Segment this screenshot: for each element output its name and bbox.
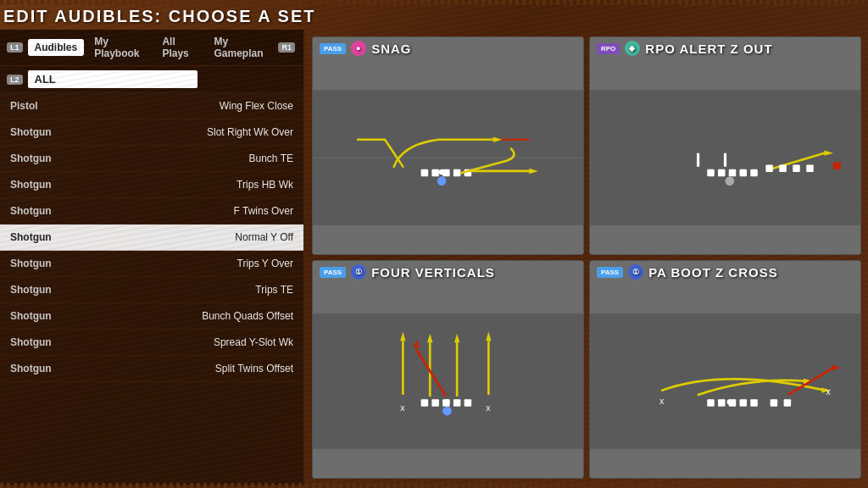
play-item[interactable]: Shotgun Trips TE [0, 277, 303, 303]
svg-rect-16 [750, 169, 758, 177]
tab-audibles[interactable]: Audibles [28, 39, 85, 56]
svg-rect-21 [765, 165, 773, 173]
svg-rect-2 [421, 169, 429, 177]
tab-my-gameplan[interactable]: My Gameplan [207, 33, 275, 62]
svg-text:x: x [486, 402, 491, 413]
card-four-verticals-header: PASS ① FOUR VERTICALS [313, 261, 583, 283]
card-rpo-inner: RPO ◆ RPO ALERT Z OUT [590, 37, 860, 254]
four-verticals-svg: x x [313, 285, 583, 478]
svg-rect-26 [313, 313, 583, 449]
card-snag-inner: PASS ● SNAG [313, 37, 583, 254]
svg-rect-45 [740, 399, 748, 407]
filter-row: L2 [0, 66, 303, 93]
svg-point-54 [727, 399, 732, 404]
play-item[interactable]: Shotgun Trips Y Over [0, 251, 303, 277]
snag-svg [313, 61, 583, 254]
torn-bottom [0, 483, 868, 488]
svg-point-8 [439, 169, 444, 175]
play-item[interactable]: Pistol Wing Flex Close [0, 93, 303, 119]
play-item[interactable]: Shotgun Slot Right Wk Over [0, 119, 303, 146]
svg-rect-22 [779, 165, 787, 173]
pa-boot-field: x x [590, 285, 860, 478]
pa-boot-title: ① PA BOOT Z CROSS [628, 264, 778, 280]
four-verticals-title: ① FOUR VERTICALS [351, 264, 495, 280]
rpo-title: ◆ RPO ALERT Z OUT [625, 41, 772, 56]
svg-rect-14 [729, 169, 737, 177]
svg-rect-46 [750, 399, 758, 407]
play-item[interactable]: Shotgun Split Twins Offset [0, 356, 303, 382]
play-formation: Shotgun [10, 284, 78, 296]
rpo-field [590, 61, 860, 254]
svg-rect-24 [806, 165, 814, 173]
play-item[interactable]: Shotgun Normal Y Off [0, 225, 303, 251]
play-name: Bunch Quads Offset [202, 310, 293, 322]
play-item[interactable]: Shotgun Spread Y-Slot Wk [0, 330, 303, 356]
card-pa-boot[interactable]: PASS ① PA BOOT Z CROSS [589, 260, 861, 479]
right-panel: PASS ● SNAG [305, 30, 868, 485]
play-name: Normal Y Off [235, 231, 293, 243]
svg-point-40 [444, 399, 449, 404]
svg-rect-23 [793, 165, 800, 173]
play-formation: Shotgun [10, 336, 78, 348]
play-formation: Pistol [10, 100, 78, 112]
svg-rect-25 [833, 162, 841, 169]
play-item[interactable]: Shotgun Trips HB Wk [0, 172, 303, 198]
svg-rect-3 [431, 169, 439, 177]
play-name: Trips HB Wk [236, 179, 293, 191]
svg-rect-15 [740, 169, 748, 177]
content-area: L1 Audibles My Playbook All Plays My Gam… [0, 30, 868, 485]
left-panel: L1 Audibles My Playbook All Plays My Gam… [0, 30, 305, 485]
snag-badge: PASS [320, 43, 346, 54]
svg-rect-48 [784, 399, 792, 407]
svg-rect-30 [453, 399, 461, 407]
tabs-row: L1 Audibles My Playbook All Plays My Gam… [0, 30, 303, 66]
card-four-verticals[interactable]: PASS ① FOUR VERTICALS [312, 260, 584, 479]
svg-rect-5 [453, 169, 461, 177]
svg-rect-32 [442, 407, 452, 416]
rpo-svg [590, 61, 860, 254]
card-four-verticals-inner: PASS ① FOUR VERTICALS [313, 261, 583, 478]
card-pa-boot-header: PASS ① PA BOOT Z CROSS [590, 261, 860, 283]
svg-rect-28 [431, 399, 439, 407]
play-item[interactable]: Shotgun Bunch TE [0, 146, 303, 172]
svg-rect-13 [718, 169, 726, 177]
play-formation: Shotgun [10, 152, 78, 164]
play-item[interactable]: Shotgun Bunch Quads Offset [0, 303, 303, 330]
tab-all-plays[interactable]: All Plays [155, 33, 203, 62]
play-formation: Shotgun [10, 310, 78, 322]
play-formation: Shotgun [10, 126, 78, 138]
background: EDIT AUDIBLES: CHOOSE A SET L1 Audibles … [0, 0, 868, 488]
svg-text:x: x [400, 402, 405, 413]
torn-top [0, 0, 868, 5]
play-name: Bunch TE [249, 152, 293, 164]
card-rpo[interactable]: RPO ◆ RPO ALERT Z OUT [589, 36, 861, 255]
pa-boot-svg: x x [590, 285, 860, 478]
play-name: Split Twins Offset [215, 363, 293, 374]
play-name: Trips TE [255, 284, 293, 296]
card-rpo-header: RPO ◆ RPO ALERT Z OUT [590, 37, 860, 59]
card-pa-boot-inner: PASS ① PA BOOT Z CROSS [590, 261, 860, 478]
play-list: Pistol Wing Flex Close Shotgun Slot Righ… [0, 93, 303, 485]
four-verticals-badge: PASS [320, 267, 346, 278]
card-snag-header: PASS ● SNAG [313, 37, 583, 59]
snag-icon: ● [351, 41, 366, 56]
svg-rect-7 [437, 176, 447, 186]
svg-rect-43 [718, 399, 726, 407]
filter-input[interactable] [28, 70, 198, 88]
play-formation: Shotgun [10, 179, 78, 191]
play-formation: Shotgun [10, 205, 78, 217]
play-name: Slot Right Wk Over [207, 126, 293, 138]
svg-text:x: x [659, 396, 665, 406]
play-name: F Twins Over [234, 205, 293, 217]
tab-right-badge: R1 [278, 42, 295, 53]
tab-my-playbook[interactable]: My Playbook [87, 33, 152, 62]
play-name: Spread Y-Slot Wk [214, 336, 293, 348]
play-item[interactable]: Shotgun F Twins Over [0, 198, 303, 225]
svg-rect-41 [590, 313, 860, 449]
svg-rect-17 [726, 176, 735, 186]
card-snag[interactable]: PASS ● SNAG [312, 36, 584, 255]
filter-badge: L2 [7, 75, 23, 85]
snag-title: ● SNAG [351, 41, 411, 56]
pa-boot-badge: PASS [597, 267, 623, 278]
play-formation: Shotgun [10, 231, 78, 243]
